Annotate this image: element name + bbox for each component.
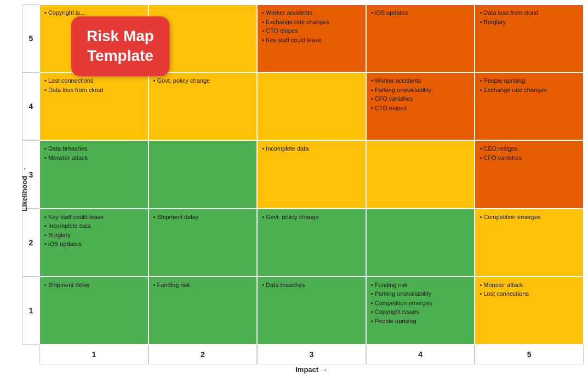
list-item: Copyright issues [371, 307, 470, 317]
grid-row-1: 1 Shipment delay Funding risk Data breac… [22, 277, 584, 345]
row-label-4: 4 [22, 72, 39, 140]
cell-4-3 [257, 72, 366, 140]
list-item: CFO vanishes [371, 94, 470, 104]
overlay-badge: Risk MapTemplate [71, 16, 169, 76]
row-label-2: 2 [22, 209, 39, 277]
grid-row-2: 2 Key staff could leaveIncomplete dataBu… [22, 209, 584, 277]
main-container: Likelihood → Risk MapTemplate 5 Copyrigh… [0, 0, 588, 378]
bottom-labels: 1 2 3 4 5 [39, 345, 584, 364]
list-item: Parking unavailability [371, 85, 470, 95]
cell-4-5: People uprisingExchange rate changes [475, 72, 584, 140]
y-axis-label: Likelihood → [20, 167, 28, 211]
list-item: Govt. policy change [262, 213, 361, 222]
cell-2-3: Govt. policy change [257, 209, 366, 277]
list-item: Worker accidents [262, 8, 361, 18]
list-item: Data loss from cloud [479, 8, 579, 18]
cell-1-5: Monster attackLost connections [475, 277, 584, 345]
row-label-5: 5 [22, 4, 39, 72]
cell-3-4 [366, 140, 475, 208]
list-item: Exchange rate changes [479, 85, 579, 95]
list-item: Lost connections [479, 289, 579, 299]
cell-2-5: Competition emerges [475, 209, 584, 277]
list-item: People uprising [371, 317, 470, 326]
cell-4-1: Lost connectionsData loss from cloud [39, 72, 149, 140]
grid-cells-2: Key staff could leaveIncomplete dataBurg… [39, 209, 584, 277]
col-label-2: 2 [149, 345, 258, 364]
x-axis-label: Impact → [39, 365, 584, 374]
col-label-4: 4 [366, 345, 475, 364]
cell-4-2: Govt. policy change [149, 72, 258, 140]
list-item: Key staff could leave [262, 36, 361, 45]
cell-1-1: Shipment delay [39, 277, 149, 345]
list-item: Burglary [44, 231, 144, 240]
list-item: Incomplete data [262, 144, 361, 153]
list-item: Funding risk [153, 280, 253, 290]
list-item: iOS updates [371, 8, 470, 18]
list-item: Burglary [479, 18, 579, 27]
list-item: Shipment delay [153, 213, 253, 222]
cell-5-4: iOS updates [366, 4, 475, 72]
col-label-1: 1 [39, 345, 149, 364]
list-item: CEO resigns [479, 144, 579, 153]
cell-4-4: Worker accidentsParking unavailabilityCF… [366, 72, 475, 140]
list-item: Lost connections [44, 76, 144, 85]
list-item: CTO elopes [371, 104, 470, 113]
list-item: Data loss from cloud [44, 85, 144, 95]
col-label-3: 3 [257, 345, 366, 364]
list-item: Exchange rate changes [262, 18, 361, 27]
list-item: CTO elopes [262, 26, 361, 36]
grid-row-4: 4 Lost connectionsData loss from cloud G… [22, 72, 584, 140]
cell-1-2: Funding risk [149, 277, 258, 345]
grid-cells-4: Lost connectionsData loss from cloud Gov… [39, 72, 584, 140]
cell-5-5: Data loss from cloudBurglary [475, 4, 584, 72]
list-item: CFO vanishes [479, 153, 579, 163]
list-item: Incomplete data [44, 221, 144, 231]
list-item: Data breaches [262, 280, 361, 290]
list-item: Shipment delay [44, 280, 144, 290]
list-item: Key staff could leave [44, 213, 144, 222]
grid-cells-3: Data breachesMonster attack Incomplete d… [39, 140, 584, 208]
list-item: Monster attack [44, 153, 144, 163]
cell-3-3: Incomplete data [257, 140, 366, 208]
cell-3-1: Data breachesMonster attack [39, 140, 149, 208]
list-item: Competition emerges [371, 299, 470, 308]
grid-row-3: 3 Data breachesMonster attack Incomplete… [22, 140, 584, 208]
list-item: People uprising [479, 76, 579, 85]
cell-1-3: Data breaches [257, 277, 366, 345]
list-item: Data breaches [44, 144, 144, 153]
col-label-5: 5 [475, 345, 584, 364]
grid-cells-1: Shipment delay Funding risk Data breache… [39, 277, 584, 345]
cell-2-4 [366, 209, 475, 277]
list-item: Monster attack [479, 280, 579, 290]
cell-3-2 [149, 140, 258, 208]
list-item: iOS updates [44, 239, 144, 249]
cell-5-3: Worker accidentsExchange rate changesCTO… [257, 4, 366, 72]
list-item: Funding risk [371, 280, 470, 290]
list-item: Govt. policy change [153, 76, 253, 85]
list-item: Worker accidents [371, 76, 470, 85]
list-item: Competition emerges [479, 213, 579, 222]
cell-2-1: Key staff could leaveIncomplete dataBurg… [39, 209, 149, 277]
cell-1-4: Funding riskParking unavailabilityCompet… [366, 277, 475, 345]
cell-2-2: Shipment delay [149, 209, 258, 277]
list-item: Parking unavailability [371, 289, 470, 299]
row-label-1: 1 [22, 277, 39, 345]
cell-3-5: CEO resignsCFO vanishes [475, 140, 584, 208]
